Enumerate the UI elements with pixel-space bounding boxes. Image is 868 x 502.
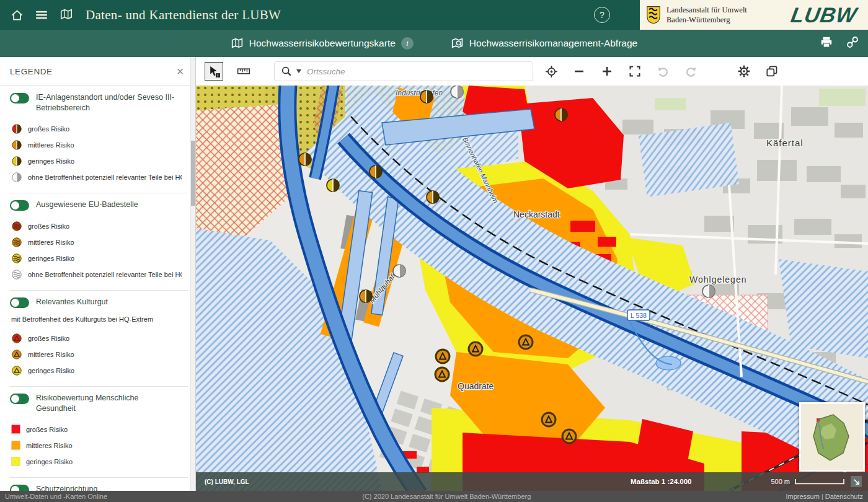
map-toolbar xyxy=(196,57,868,86)
app-title: Daten- und Kartendienst der LUBW xyxy=(86,7,281,23)
flood-risk-map[interactable]: L 538 Käfertal Neckarstadt Wohlgelegen Q… xyxy=(196,86,868,491)
search-icon[interactable] xyxy=(281,66,292,77)
map-query-tab-icon xyxy=(451,37,464,50)
legend-item: mittleres Risiko xyxy=(11,137,190,153)
menu-icon[interactable] xyxy=(35,8,48,22)
legend-toggle[interactable] xyxy=(10,93,29,103)
legend-title: LEGENDE xyxy=(10,67,53,76)
badestelle-risk-medium-icon xyxy=(11,237,22,248)
datenschutz-link[interactable]: Datenschutz xyxy=(825,493,863,500)
gesundheit-risk-medium-icon xyxy=(11,441,20,450)
search-options-caret[interactable] xyxy=(296,69,301,73)
zoom-in-button[interactable] xyxy=(598,62,616,81)
legend-item: großes Risiko xyxy=(11,421,190,438)
identify-pointer-tool[interactable] xyxy=(205,62,223,81)
legend-item: großes Risiko xyxy=(11,218,190,234)
org-name: Landesanstalt für Umwelt Baden-Württembe… xyxy=(666,5,747,25)
road-badge: L 538 xyxy=(627,310,650,320)
bw-coat-of-arms xyxy=(646,6,661,24)
seveso-risk-none-icon xyxy=(11,172,22,183)
undo-button[interactable] xyxy=(653,62,672,81)
impressum-link[interactable]: Impressum xyxy=(786,493,819,500)
help-button[interactable]: ? xyxy=(594,7,610,23)
lubw-logo[interactable]: LUBW xyxy=(789,3,864,27)
legend-group-seveso: IE-Anlagenstandort und/oder Seveso III-B… xyxy=(10,86,190,192)
kulturgut-risk-high-icon xyxy=(11,333,22,344)
legend-close-icon[interactable]: × xyxy=(177,65,184,77)
legend-toggle[interactable] xyxy=(10,485,29,491)
legend-item: mittleres Risiko xyxy=(11,346,190,363)
svg-text:Industriehafen: Industriehafen xyxy=(396,89,443,97)
zoom-out-button[interactable] xyxy=(570,62,588,81)
legend-item: geringes Risiko xyxy=(11,454,190,470)
footer-copyright: (C) 2020 Landesanstalt für Umwelt Baden-… xyxy=(107,493,786,500)
legend-toggle[interactable] xyxy=(10,200,29,211)
tab-hochwasserrisikomanagement-abfrage[interactable]: Hochwasserrisikomanagement-Abfrage xyxy=(451,37,637,50)
measure-tool[interactable] xyxy=(234,62,253,81)
badestelle-risk-high-icon xyxy=(11,221,22,232)
legend-toggle[interactable] xyxy=(10,394,29,404)
geolocate-tool[interactable] xyxy=(542,62,560,81)
legend-item: großes Risiko xyxy=(11,121,190,137)
legend-panel: LEGENDE × IE-Anlagenstandort und/oder Se… xyxy=(0,57,196,491)
tabs-bar: Hochwasserrisikobewertungskarte i Hochwa… xyxy=(0,30,868,57)
badestelle-risk-low-icon xyxy=(11,253,22,264)
redo-button[interactable] xyxy=(681,62,700,81)
tab-hochwasserrisikobewertungskarte[interactable]: Hochwasserrisikobewertungskarte i xyxy=(231,37,414,50)
print-button[interactable] xyxy=(820,35,833,51)
footer-left-text: Umwelt-Daten und -Karten Online xyxy=(5,493,107,500)
location-search xyxy=(274,61,533,81)
legend-item: mittleres Risiko xyxy=(11,438,190,454)
legend-toggle[interactable] xyxy=(10,297,29,308)
collapse-panel-button[interactable] xyxy=(851,476,862,487)
scrollbar-thumb[interactable] xyxy=(191,141,195,206)
map-viewport[interactable]: L 538 Käfertal Neckarstadt Wohlgelegen Q… xyxy=(196,86,868,491)
scale-bar xyxy=(795,478,844,485)
legend-item: großes Risiko xyxy=(11,330,190,346)
legend-scrollbar[interactable] xyxy=(190,57,195,491)
overview-map[interactable] xyxy=(799,402,865,472)
legend-group-badestelle: Ausgewiesene EU-Badestelle großes Risiko… xyxy=(10,193,190,289)
page-footer: Umwelt-Daten und -Karten Online (C) 2020… xyxy=(0,491,868,502)
legend-group-schutzeinrichtung: Schutzeinrichtung xyxy=(10,478,190,491)
svg-text:L 538: L 538 xyxy=(631,312,647,319)
legend-group-kulturgut: Relevantes Kulturgut mit Betroffenheit d… xyxy=(10,291,190,385)
settings-gear-icon[interactable] xyxy=(735,62,753,81)
scale-distance: 500 m xyxy=(771,478,790,485)
fullscreen-button[interactable] xyxy=(626,62,644,81)
kulturgut-risk-low-icon xyxy=(11,365,22,376)
svg-text:Neckarstadt: Neckarstadt xyxy=(513,209,560,219)
legend-item: mittleres Risiko xyxy=(11,234,190,250)
badestelle-risk-none-icon xyxy=(11,269,22,280)
svg-text:Quadrate: Quadrate xyxy=(458,381,494,391)
search-input[interactable] xyxy=(306,66,526,77)
legend-item: ohne Betroffenheit potenziell relevanter… xyxy=(11,169,190,185)
seveso-risk-low-icon xyxy=(11,156,22,167)
brand-box: Landesanstalt für Umwelt Baden-Württembe… xyxy=(640,0,868,30)
legend-item: ohne Betroffenheit potenziell relevanter… xyxy=(11,266,190,283)
seveso-risk-medium-icon xyxy=(11,139,22,151)
kulturgut-risk-medium-icon xyxy=(11,349,22,360)
svg-text:Käfertal: Käfertal xyxy=(766,138,804,148)
home-icon[interactable] xyxy=(10,8,24,22)
app-header: Daten- und Kartendienst der LUBW ? Lande… xyxy=(0,0,868,30)
layers-copy-icon[interactable] xyxy=(763,62,781,81)
tab-info-icon[interactable]: i xyxy=(401,37,414,50)
legend-group-gesundheit: Risikobewertung Menschliche Gesundheit g… xyxy=(10,387,190,476)
map-tab-icon xyxy=(231,37,244,50)
map-icon[interactable] xyxy=(60,8,73,22)
legend-item: geringes Risiko xyxy=(11,363,190,379)
legend-item: geringes Risiko xyxy=(11,250,190,266)
seveso-risk-high-icon xyxy=(11,123,22,134)
map-scale-label: Maßstab 1 :24.000 xyxy=(631,478,691,485)
legend-item: geringes Risiko xyxy=(11,153,190,169)
map-status-bar: (C) LUBW, LGL Maßstab 1 :24.000 500 m xyxy=(196,472,868,491)
legend-subtitle: mit Betroffenheit des Kulturguts bei HQ-… xyxy=(11,315,190,323)
share-link-button[interactable] xyxy=(846,35,859,51)
gesundheit-risk-high-icon xyxy=(11,425,20,434)
map-attribution: (C) LUBW, LGL xyxy=(205,478,249,485)
gesundheit-risk-low-icon xyxy=(11,457,20,466)
svg-text:Wohlgelegen: Wohlgelegen xyxy=(689,275,746,284)
